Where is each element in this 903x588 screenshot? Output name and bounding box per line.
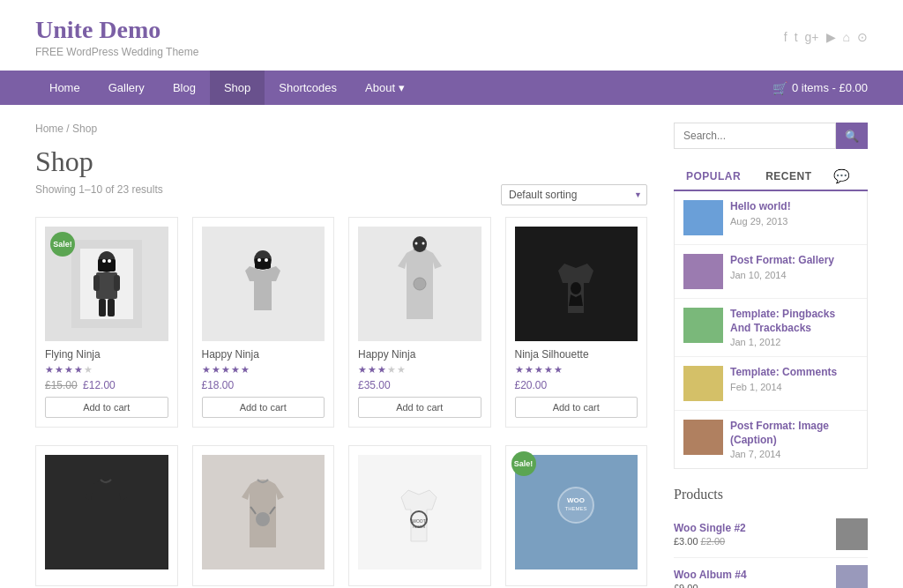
svg-point-20 xyxy=(256,512,270,526)
nav-about[interactable]: About ▾ xyxy=(351,71,419,105)
googleplus-icon[interactable]: g+ xyxy=(805,30,819,44)
svg-point-18 xyxy=(414,278,426,290)
tab-popular[interactable]: POPULAR xyxy=(674,163,753,191)
product-stars: ★★★★★ xyxy=(358,364,481,376)
product-stars: ★★★★★ xyxy=(45,364,168,376)
post-title[interactable]: Hello world! xyxy=(730,200,791,214)
facebook-icon[interactable]: f xyxy=(784,30,787,44)
svg-text:HEMES: HEMES xyxy=(413,525,426,529)
sale-badge: Sale! xyxy=(511,451,536,476)
search-box: 🔍 xyxy=(674,123,868,149)
main-nav: Home Gallery Blog Shop Shortcodes About … xyxy=(0,71,903,105)
recent-posts-list: Hello world! Aug 29, 2013 Post Format: G… xyxy=(674,191,868,469)
social-icons: f t g+ ▶ ⌂ ⊙ xyxy=(784,30,868,44)
post-thumbnail xyxy=(683,254,723,289)
post-thumbnail xyxy=(683,200,723,235)
product-card: Sale! xyxy=(35,217,178,428)
nav-gallery[interactable]: Gallery xyxy=(94,71,159,105)
page-title: Shop xyxy=(35,145,647,178)
sidebar-tabs: POPULAR RECENT 💬 xyxy=(674,163,868,191)
product-name: Happy Ninja xyxy=(358,348,481,361)
product-price: £20.00 xyxy=(515,379,638,391)
product-card: Ninja Silhouette ★★★★★ £20.00 Add to car… xyxy=(505,217,648,428)
add-to-cart-button[interactable]: Add to cart xyxy=(202,397,325,418)
site-tagline: FREE WordPress Wedding Theme xyxy=(35,46,198,58)
post-title[interactable]: Post Format: Gallery xyxy=(730,254,834,268)
widget-product-price: £3.00 £2.00 xyxy=(674,536,836,547)
widget-product-price: £9.00 xyxy=(674,583,836,588)
svg-text:WOOT: WOOT xyxy=(412,518,426,524)
sale-badge: Sale! xyxy=(50,232,75,257)
svg-rect-8 xyxy=(114,275,120,291)
post-item: Hello world! Aug 29, 2013 xyxy=(675,191,867,245)
post-thumbnail xyxy=(683,366,723,401)
products-widget-title: Products xyxy=(674,487,868,502)
product-name: Ninja Silhouette xyxy=(515,348,638,361)
product-card: WOOT HEMES xyxy=(348,445,491,586)
post-item: Post Format: Gallery Jan 10, 2014 xyxy=(675,245,867,299)
add-to-cart-button[interactable]: Add to cart xyxy=(45,397,168,418)
product-card: Happy Ninja ★★★★★ £35.00 Add to cart xyxy=(348,217,491,428)
product-price: £18.00 xyxy=(202,379,325,391)
search-button[interactable]: 🔍 xyxy=(836,123,868,149)
nav-home[interactable]: Home xyxy=(35,71,94,105)
product-price: £15.00 £12.00 xyxy=(45,379,168,391)
post-item: Post Format: Image (Caption) Jan 7, 2014 xyxy=(675,411,867,468)
nav-shortcodes[interactable]: Shortcodes xyxy=(265,71,351,105)
widget-product-item: Woo Single #2 £3.00 £2.00 xyxy=(674,511,868,558)
svg-rect-7 xyxy=(93,275,100,291)
post-item: Template: Pingbacks And Trackbacks Jan 1… xyxy=(675,299,867,357)
search-input[interactable] xyxy=(674,123,836,149)
svg-text:WOO: WOO xyxy=(567,496,585,504)
result-count: Showing 1–10 of 23 results xyxy=(35,183,163,196)
products-widget: Products Woo Single #2 £3.00 £2.00 Woo A… xyxy=(674,487,868,588)
product-card: Happy Ninja ★★★★★ £18.00 Add to cart xyxy=(192,217,335,428)
product-name: Happy Ninja xyxy=(202,348,325,361)
youtube-icon[interactable]: ▶ xyxy=(826,30,836,44)
post-thumbnail xyxy=(683,420,723,455)
post-date: Jan 10, 2014 xyxy=(730,270,834,280)
post-item: Template: Comments Feb 1, 2014 xyxy=(675,357,867,411)
site-title: Unite Demo xyxy=(35,16,198,44)
post-title[interactable]: Post Format: Image (Caption) xyxy=(730,420,858,447)
post-title[interactable]: Template: Comments xyxy=(730,366,837,380)
dribbble-icon[interactable]: ⊙ xyxy=(857,30,868,44)
widget-product-name[interactable]: Woo Single #2 xyxy=(674,522,836,534)
cart-info[interactable]: 🛒 0 items - £0.00 xyxy=(772,81,868,95)
svg-rect-9 xyxy=(99,299,106,316)
svg-point-25 xyxy=(558,488,593,523)
product-grid-row2: WOOT HEMES Sale! WOO THEMES xyxy=(35,445,647,586)
nav-shop[interactable]: Shop xyxy=(210,71,265,105)
post-thumbnail xyxy=(683,308,723,343)
product-card xyxy=(35,445,178,586)
svg-point-15 xyxy=(413,236,427,252)
post-date: Jan 1, 2012 xyxy=(730,337,858,347)
svg-point-14 xyxy=(265,258,268,262)
svg-rect-3 xyxy=(98,259,116,272)
rss-icon[interactable]: ⌂ xyxy=(843,30,850,44)
widget-product-name[interactable]: Woo Album #4 xyxy=(674,569,836,581)
svg-point-17 xyxy=(422,242,424,245)
post-title[interactable]: Template: Pingbacks And Trackbacks xyxy=(730,308,858,335)
nav-blog[interactable]: Blog xyxy=(159,71,210,105)
product-stars: ★★★★★ xyxy=(202,364,325,376)
tab-comment-icon[interactable]: 💬 xyxy=(825,163,859,190)
svg-point-5 xyxy=(108,259,111,263)
product-grid-row1: Sale! xyxy=(35,217,647,428)
twitter-icon[interactable]: t xyxy=(795,30,798,44)
sidebar: 🔍 POPULAR RECENT 💬 Hello world! Aug 29, … xyxy=(674,123,868,588)
svg-point-4 xyxy=(102,259,106,263)
post-date: Aug 29, 2013 xyxy=(730,216,791,227)
product-name: Flying Ninja xyxy=(45,348,168,361)
product-card xyxy=(192,445,335,586)
add-to-cart-button[interactable]: Add to cart xyxy=(358,397,481,418)
svg-point-13 xyxy=(257,258,261,262)
breadcrumb: Home / Shop xyxy=(35,123,647,135)
add-to-cart-button[interactable]: Add to cart xyxy=(515,397,638,418)
svg-rect-10 xyxy=(108,299,115,316)
tab-recent[interactable]: RECENT xyxy=(753,163,824,190)
sort-select[interactable]: Default sorting Sort by popularity Sort … xyxy=(501,184,647,205)
svg-rect-12 xyxy=(255,258,271,269)
svg-point-19 xyxy=(571,282,581,294)
widget-product-item: Woo Album #4 £9.00 xyxy=(674,558,868,588)
